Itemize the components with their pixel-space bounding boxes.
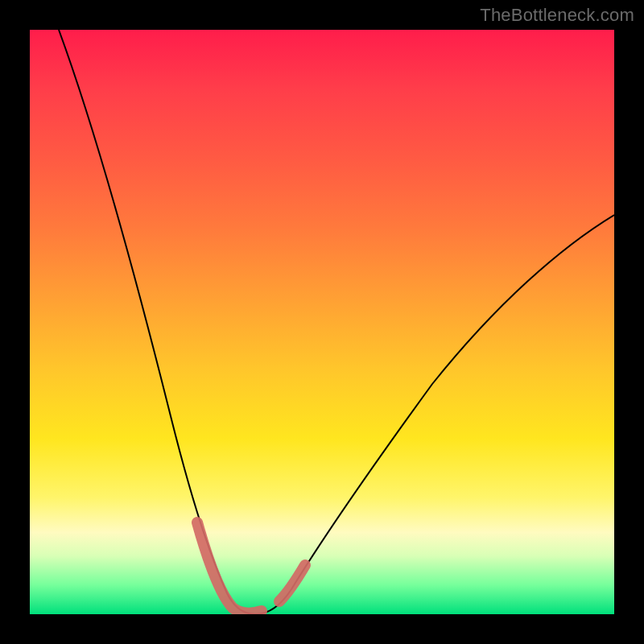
plot-area (30, 30, 614, 614)
watermark-text: TheBottleneck.com (480, 5, 634, 26)
bottleneck-curve (59, 30, 614, 614)
highlight-left (197, 522, 262, 613)
highlight-right (279, 565, 305, 601)
curve-layer (30, 30, 614, 614)
